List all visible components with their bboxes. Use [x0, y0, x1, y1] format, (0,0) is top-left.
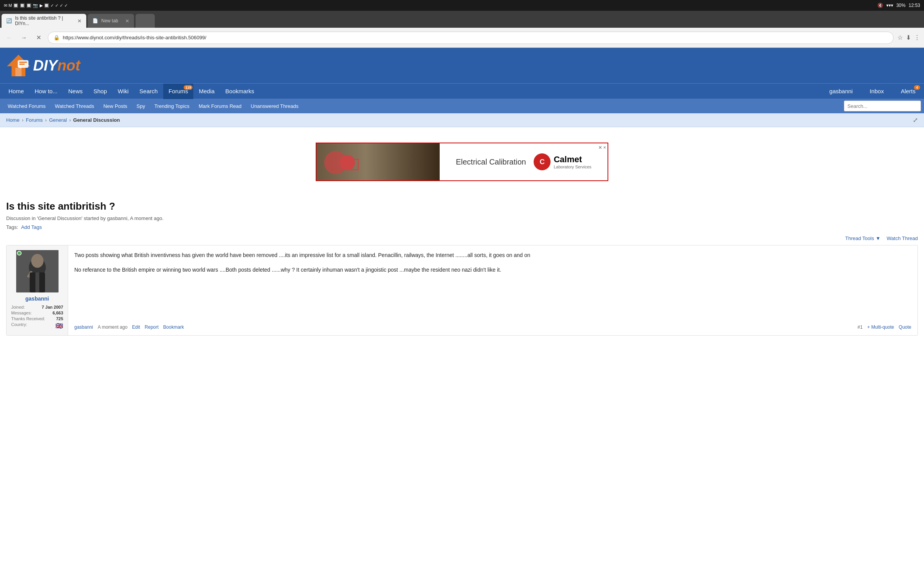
nav-news[interactable]: News [63, 84, 88, 99]
post-avatar [16, 250, 59, 292]
quote-link[interactable]: Quote [899, 324, 911, 330]
user-online-indicator [17, 251, 22, 255]
multiquote-link[interactable]: + Multi-quote [867, 324, 894, 330]
breadcrumb-home[interactable]: Home [6, 117, 20, 123]
main-nav: Home How to... News Shop Wiki Search For… [0, 83, 924, 99]
joined-label: Joined: [11, 305, 25, 309]
avatar-svg [16, 250, 59, 292]
mute-icon: 🔇 [877, 3, 883, 8]
joined-value: 7 Jan 2007 [42, 305, 63, 309]
thread-tools: Thread Tools ▼ Watch Thread [6, 235, 918, 241]
ad-logo-icon: C [534, 153, 551, 170]
subnav-spy[interactable]: Spy [132, 99, 150, 113]
nav-shop[interactable]: Shop [88, 84, 112, 99]
nav-alerts[interactable]: Alerts 4 [896, 84, 921, 99]
svg-rect-12 [35, 272, 39, 292]
ad-banner: Electrical Calibration C Calmet Laborato… [316, 143, 608, 181]
nav-home[interactable]: Home [3, 84, 29, 99]
reload-button[interactable]: ✕ [33, 32, 44, 43]
nav-inbox[interactable]: Inbox [864, 84, 889, 99]
breadcrumb-expand-button[interactable]: ⤢ [913, 116, 918, 124]
app-icons: ✉ M 🔲 🔲 🔲 📷 ▶ 🔲 ✓ ✓ ✓ ✓ [4, 3, 68, 8]
nav-search[interactable]: Search [134, 84, 163, 99]
nav-wiki[interactable]: Wiki [112, 84, 134, 99]
post-paragraph-2: No referance to the British empire or wi… [74, 265, 911, 274]
address-bar[interactable]: 🔒 https://www.diynot.com/diy/threads/is-… [48, 32, 894, 44]
site-logo[interactable]: DIYnot [6, 53, 80, 78]
subnav-mark-read[interactable]: Mark Forums Read [194, 99, 246, 113]
subnav-watched-forums[interactable]: Watched Forums [3, 99, 50, 113]
statusbar-right-icons: 🔇 ▾▾▾ 30% 12:53 [877, 3, 920, 8]
bookmark-link[interactable]: Bookmark [163, 324, 184, 330]
logo-diynot: DIYnot [33, 57, 80, 74]
lock-icon: 🔒 [54, 35, 60, 40]
url-display: https://www.diynot.com/diy/threads/is-th… [63, 35, 888, 40]
ad-content: Electrical Calibration C Calmet Laborato… [440, 143, 608, 180]
tab-active[interactable]: 🔄 Is this site antibritish ? | DIYn... ✕ [2, 14, 86, 28]
messages-row: Messages: 6,663 [11, 311, 63, 315]
search-input[interactable] [844, 101, 921, 111]
tab-label: Is this site antibritish ? | DIYn... [15, 15, 74, 26]
svg-rect-4 [19, 62, 27, 63]
joined-row: Joined: 7 Jan 2007 [11, 305, 63, 309]
subnav-unanswered[interactable]: Unanswered Threads [246, 99, 303, 113]
tools-dropdown-icon: ▼ [875, 235, 880, 241]
bookmark-button[interactable]: ☆ [897, 34, 903, 41]
thread-tools-button[interactable]: Thread Tools ▼ [845, 235, 880, 241]
thanks-row: Thanks Received: 725 [11, 316, 63, 321]
tab-partial [136, 14, 155, 28]
post-user-info: Joined: 7 Jan 2007 Messages: 6,663 Thank… [11, 305, 63, 331]
sub-nav: Watched Forums Watched Threads New Posts… [0, 99, 924, 113]
nav-bookmarks[interactable]: Bookmarks [220, 84, 259, 99]
tab-close-button[interactable]: ✕ [77, 18, 82, 24]
country-row: Country: 🇬🇧 [11, 322, 63, 329]
nav-forums[interactable]: Forums 119 [163, 84, 194, 99]
post-body: Two posts showing what British inventivn… [68, 245, 917, 335]
subnav-watched-threads[interactable]: Watched Threads [50, 99, 99, 113]
breadcrumb-forums[interactable]: Forums [26, 117, 43, 123]
avatar-image [16, 250, 59, 292]
ad-section: Electrical Calibration C Calmet Laborato… [0, 135, 924, 189]
nav-howto[interactable]: How to... [29, 84, 63, 99]
post-paragraph-1: Two posts showing what British inventivn… [74, 251, 911, 259]
statusbar-left-icons: ✉ M 🔲 🔲 🔲 📷 ▶ 🔲 ✓ ✓ ✓ ✓ [4, 3, 68, 8]
alerts-badge: 4 [914, 85, 920, 90]
browser-tabs: 🔄 Is this site antibritish ? | DIYn... ✕… [0, 11, 924, 28]
breadcrumb-general[interactable]: General [49, 117, 67, 123]
poster-name-link[interactable]: gasbanni [74, 324, 93, 330]
forward-button[interactable]: → [18, 32, 29, 43]
nav-username[interactable]: gasbanni [824, 84, 858, 99]
clock: 12:53 [909, 3, 920, 8]
ad-logo-text-block: Calmet Laboratory Services [554, 155, 591, 169]
ad-close-button[interactable]: ✕ × [598, 145, 606, 150]
svg-point-8 [31, 254, 44, 268]
add-tags-link[interactable]: Add Tags [21, 224, 42, 230]
subnav-trending[interactable]: Trending Topics [150, 99, 194, 113]
addressbar-actions: ☆ ⬇ ⋮ [897, 34, 920, 41]
country-label: Country: [11, 322, 27, 329]
thread-container: Is this site antibritish ? Discussion in… [0, 197, 924, 346]
messages-label: Messages: [11, 311, 32, 315]
nav-right: gasbanni Inbox Alerts 4 [824, 84, 921, 99]
back-button[interactable]: ← [4, 32, 15, 43]
watch-thread-link[interactable]: Watch Thread [887, 235, 918, 241]
report-link[interactable]: Report [145, 324, 159, 330]
download-button[interactable]: ⬇ [906, 34, 911, 41]
post-time: A moment ago [98, 324, 127, 330]
menu-button[interactable]: ⋮ [914, 34, 920, 41]
tags-label: Tags: [6, 224, 18, 230]
edit-link[interactable]: Edit [132, 324, 140, 330]
post-username[interactable]: gasbanni [25, 296, 49, 302]
post-container: gasbanni Joined: 7 Jan 2007 Messages: 6,… [6, 245, 918, 336]
subnav-new-posts[interactable]: New Posts [99, 99, 132, 113]
breadcrumb-sep3: › [69, 117, 71, 123]
ad-logo-subtext: Laboratory Services [554, 165, 591, 169]
tab-newtab[interactable]: 📄 New tab ✕ [88, 14, 134, 28]
thread-tags: Tags: Add Tags [6, 224, 918, 230]
post-sidebar: gasbanni Joined: 7 Jan 2007 Messages: 6,… [7, 245, 68, 335]
ad-text: Electrical Calibration [456, 158, 526, 166]
nav-media[interactable]: Media [193, 84, 220, 99]
svg-rect-1 [15, 68, 22, 76]
post-footer: gasbanni A moment ago Edit Report Bookma… [74, 324, 911, 330]
newtab-close-button[interactable]: ✕ [125, 18, 129, 24]
